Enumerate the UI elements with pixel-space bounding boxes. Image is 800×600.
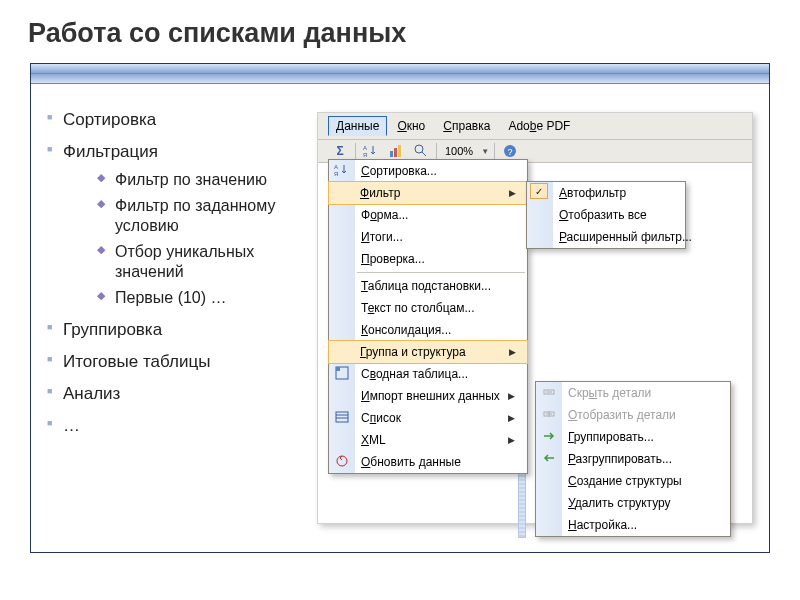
svg-rect-2	[390, 151, 393, 157]
submenu-group[interactable]: Группировать...	[536, 426, 730, 448]
menu-item-filter[interactable]: Фильтр▶	[328, 181, 528, 205]
separator	[494, 143, 495, 159]
menubar-item-data[interactable]: Данные	[328, 116, 387, 136]
pivot-icon	[333, 365, 351, 381]
menu-item-form[interactable]: Форма...	[329, 204, 527, 226]
menu-item-totals[interactable]: Итоги...	[329, 226, 527, 248]
submenu-autofilter[interactable]: ✓ Автофильтр	[527, 182, 685, 204]
menu-item-import[interactable]: Импорт внешних данных▶	[329, 385, 527, 407]
submenu-hide-detail: Скрыть детали	[536, 382, 730, 404]
menu-item-validation[interactable]: Проверка...	[329, 248, 527, 270]
arrow-right-icon: ▶	[509, 188, 516, 198]
svg-rect-3	[394, 148, 397, 157]
svg-rect-4	[398, 145, 401, 157]
menu-item-refresh[interactable]: Обновить данные	[329, 451, 527, 473]
menubar: Данные Окно Справка Adobe PDF	[318, 113, 752, 140]
slide-frame: Сортировка Фильтрация Фильтр по значению…	[30, 63, 770, 553]
submenu-clear-outline[interactable]: Удалить структуру	[536, 492, 730, 514]
menubar-item-help[interactable]: Справка	[435, 116, 498, 136]
help-icon[interactable]: ?	[500, 142, 520, 160]
submenu-ungroup[interactable]: Разгруппировать...	[536, 448, 730, 470]
arrow-right-icon: ▶	[509, 347, 516, 357]
arrow-right-icon: ▶	[508, 435, 515, 445]
menu-item-table[interactable]: Таблица подстановки...	[329, 275, 527, 297]
menu-item-sort[interactable]: AЯ Сортировка...	[329, 160, 527, 182]
menu-separator	[357, 272, 525, 273]
ungroup-icon	[540, 450, 558, 466]
menu-item-consolidate[interactable]: Консолидация...	[329, 319, 527, 341]
submenu-settings[interactable]: Настройка...	[536, 514, 730, 536]
excel-screenshot: Данные Окно Справка Adobe PDF Σ AЯ 100% …	[317, 112, 753, 524]
menu-item-text-columns[interactable]: Текст по столбцам...	[329, 297, 527, 319]
header-bar	[31, 64, 769, 84]
chart-icon[interactable]	[386, 142, 406, 160]
svg-text:?: ?	[508, 147, 513, 157]
show-detail-icon	[540, 406, 558, 422]
zoom-icon[interactable]	[411, 142, 431, 160]
menubar-item-adobe[interactable]: Adobe PDF	[500, 116, 578, 136]
sum-icon[interactable]: Σ	[330, 142, 350, 160]
menu-item-group[interactable]: Группа и структура▶	[328, 340, 528, 364]
arrow-right-icon: ▶	[508, 413, 515, 423]
group-icon	[540, 428, 558, 444]
group-submenu: Скрыть детали Отобразить детали Группиро…	[535, 381, 731, 537]
menu-item-xml[interactable]: XML▶	[329, 429, 527, 451]
hide-detail-icon	[540, 384, 558, 400]
svg-point-5	[415, 145, 423, 153]
arrow-right-icon: ▶	[508, 391, 515, 401]
submenu-show-all[interactable]: Отобразить все	[527, 204, 685, 226]
svg-rect-11	[336, 367, 340, 371]
submenu-advanced-filter[interactable]: Расширенный фильтр...	[527, 226, 685, 248]
separator	[355, 143, 356, 159]
zoom-value[interactable]: 100%	[442, 145, 476, 157]
svg-text:A: A	[334, 164, 338, 170]
chevron-down-icon[interactable]: ▼	[481, 147, 489, 156]
submenu-auto-outline[interactable]: Создание структуры	[536, 470, 730, 492]
filter-submenu: ✓ Автофильтр Отобразить все Расширенный …	[526, 181, 686, 249]
menubar-item-window[interactable]: Окно	[389, 116, 433, 136]
check-icon: ✓	[530, 183, 548, 199]
svg-text:Я: Я	[334, 171, 338, 177]
menu-item-pivot[interactable]: Сводная таблица...	[329, 363, 527, 385]
list-icon	[333, 409, 351, 425]
sort-asc-icon[interactable]: AЯ	[361, 142, 381, 160]
sub-filter-top10: Первые (10) …	[97, 288, 327, 308]
svg-text:A: A	[363, 145, 367, 151]
sub-filter-unique: Отбор уникальных значений	[97, 242, 327, 282]
svg-point-15	[337, 456, 347, 466]
sub-filter-cond: Фильтр по заданному условию	[97, 196, 327, 236]
submenu-show-detail: Отобразить детали	[536, 404, 730, 426]
sort-icon: AЯ	[333, 162, 351, 178]
data-menu: AЯ Сортировка... Фильтр▶ Форма... Итоги.…	[328, 159, 528, 474]
page-title: Работа со списками данных	[0, 0, 800, 63]
refresh-icon	[333, 453, 351, 469]
sub-filter-value: Фильтр по значению	[97, 170, 327, 190]
menu-item-list[interactable]: Список▶	[329, 407, 527, 429]
svg-text:Я: Я	[363, 152, 367, 158]
svg-rect-12	[336, 412, 348, 422]
separator	[436, 143, 437, 159]
